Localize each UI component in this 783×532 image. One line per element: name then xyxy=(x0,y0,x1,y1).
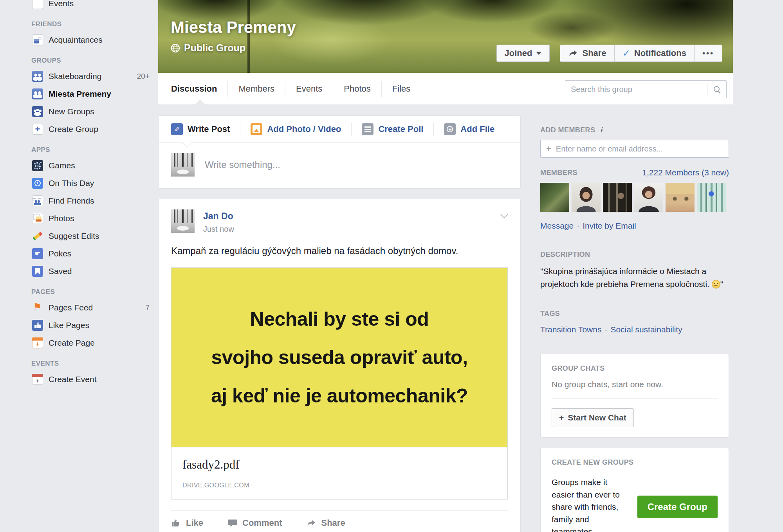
sidebar-item-create-event[interactable]: Create Event xyxy=(23,370,158,388)
globe-icon xyxy=(171,43,180,53)
sidebar-item-label: Suggest Edits xyxy=(49,231,99,241)
share-button[interactable]: Share xyxy=(306,518,345,528)
add-photo-video-tab[interactable]: Add Photo / Video xyxy=(251,123,341,135)
member-avatar[interactable] xyxy=(666,183,695,212)
add-member-input[interactable] xyxy=(555,144,723,154)
post-actions: Like Comment Share xyxy=(171,510,508,528)
unread-count-badge: 20+ xyxy=(137,72,150,81)
sidebar-item-photos[interactable]: Photos xyxy=(23,209,158,227)
share-label: Share xyxy=(582,48,606,58)
comment-label: Comment xyxy=(242,518,282,528)
group-privacy: Public Group xyxy=(171,42,245,54)
notifications-button[interactable]: ✓ Notifications xyxy=(614,45,694,61)
comment-button[interactable]: Comment xyxy=(227,518,282,528)
post-author-link[interactable]: Jan Do xyxy=(203,211,234,222)
sidebar-item-label: Games xyxy=(49,161,75,170)
add-photo-video-label: Add Photo / Video xyxy=(267,124,341,134)
tab-label: Events xyxy=(296,84,322,94)
member-avatar[interactable] xyxy=(697,183,726,212)
tab-discussion[interactable]: Discussion xyxy=(171,84,227,94)
sidebar-item-create-page[interactable]: Create Page xyxy=(23,334,158,352)
current-user-avatar[interactable] xyxy=(171,153,195,177)
smiley-emoji xyxy=(712,280,720,289)
tab-members[interactable]: Members xyxy=(228,84,285,94)
start-new-chat-button[interactable]: Start New Chat xyxy=(552,408,634,427)
sidebar-item-label: New Groups xyxy=(49,107,94,116)
sidebar-heading-friends: FRIENDS xyxy=(23,18,158,31)
sidebar-item-find-friends[interactable]: Find Friends xyxy=(23,192,158,209)
privacy-label: Public Group xyxy=(184,42,245,54)
composer-divider xyxy=(433,123,434,136)
sidebar-item-like-pages[interactable]: Like Pages xyxy=(23,316,158,334)
tag-link[interactable]: Transition Towns xyxy=(540,325,601,334)
composer-placeholder[interactable]: Write something... xyxy=(205,159,280,170)
group-chats-card: GROUP CHATS No group chats, start one no… xyxy=(540,354,729,438)
sidebar-item-pokes[interactable]: Pokes xyxy=(23,245,158,262)
create-new-groups-text: Groups make it easier than ever to share… xyxy=(552,476,630,532)
tag-link[interactable]: Social sustainability xyxy=(610,325,682,334)
sidebar-item-label: Miesta Premeny xyxy=(49,89,111,99)
joined-button[interactable]: Joined xyxy=(496,45,550,62)
sidebar-item-label: Acquaintances xyxy=(49,35,103,45)
description-closing-quote: " xyxy=(720,280,723,289)
create-new-groups-row: Groups make it easier than ever to share… xyxy=(552,476,718,532)
section-divider xyxy=(540,301,729,301)
write-post-tab[interactable]: Write Post xyxy=(171,123,230,135)
member-avatar[interactable] xyxy=(603,183,632,212)
member-avatar[interactable] xyxy=(540,183,569,212)
create-group-button[interactable]: Create Group xyxy=(637,496,718,518)
search-button[interactable] xyxy=(707,81,726,98)
tab-files[interactable]: Files xyxy=(382,84,421,94)
sidebar-item-create-group[interactable]: Create Group xyxy=(23,120,158,138)
create-group-icon xyxy=(32,124,43,135)
search-input[interactable] xyxy=(565,85,707,94)
tab-photos[interactable]: Photos xyxy=(333,84,381,94)
attached-file-card[interactable]: Nechali by ste si od svojho suseda oprav… xyxy=(171,267,508,500)
composer-input-row: Write something... xyxy=(159,143,520,188)
message-link[interactable]: Message xyxy=(540,221,574,230)
sidebar-item-miesta-premeny[interactable]: Miesta Premeny xyxy=(23,85,158,103)
cover-buttons: Joined Share ✓ Notifications ••• xyxy=(496,45,722,62)
tab-label: Discussion xyxy=(171,84,217,94)
post-composer: Write Post Add Photo / Video Create Poll… xyxy=(158,115,521,189)
more-options-button[interactable]: ••• xyxy=(694,45,722,61)
attachment-preview-image: Nechali by ste si od svojho suseda oprav… xyxy=(171,268,507,447)
tab-label: Photos xyxy=(344,84,371,94)
search-icon xyxy=(714,86,720,93)
post-text: Kampaň za reguláciu gýčových malieb na f… xyxy=(159,245,520,257)
sidebar-item-pages-feed[interactable]: Pages Feed 7 xyxy=(23,299,158,316)
sidebar-item-label: Create Page xyxy=(49,338,95,348)
sidebar-item-new-groups[interactable]: New Groups xyxy=(23,103,158,120)
sidebar-item-skateboarding[interactable]: Skateboarding 20+ xyxy=(23,67,158,85)
member-avatar[interactable] xyxy=(572,183,601,212)
tab-events[interactable]: Events xyxy=(285,84,333,94)
member-links: Message·Invite by Email xyxy=(540,221,729,231)
add-member-field xyxy=(540,140,729,158)
post-timestamp: Just now xyxy=(203,225,234,234)
bookmark-icon xyxy=(32,266,43,277)
add-file-tab[interactable]: Add File xyxy=(444,123,494,135)
member-avatar[interactable] xyxy=(634,183,663,212)
invite-by-email-link[interactable]: Invite by Email xyxy=(583,221,636,230)
sidebar-item-acquaintances[interactable]: Acquaintances xyxy=(23,31,158,49)
info-icon[interactable] xyxy=(599,126,604,134)
attachment-image-text: aj keď nie je automechanik? xyxy=(211,384,468,407)
share-button[interactable]: Share xyxy=(560,45,614,61)
sidebar-item-games[interactable]: Games xyxy=(23,157,158,174)
members-count-link[interactable]: 1,222 Members (3 new) xyxy=(642,168,729,177)
create-poll-tab[interactable]: Create Poll xyxy=(362,123,423,135)
post-author-avatar[interactable] xyxy=(171,209,195,233)
sidebar-item-saved[interactable]: Saved xyxy=(23,262,158,280)
add-file-label: Add File xyxy=(460,124,494,134)
plus-icon xyxy=(559,413,564,422)
thumbs-up-icon xyxy=(32,320,43,331)
comment-bubble-icon xyxy=(227,518,238,528)
like-button[interactable]: Like xyxy=(171,518,203,528)
sidebar-item-label: Skateboarding xyxy=(49,72,101,81)
unread-count-badge: 7 xyxy=(145,303,150,312)
sidebar-item-suggest-edits[interactable]: Suggest Edits xyxy=(23,227,158,245)
sidebar-item-events[interactable]: Events xyxy=(23,0,158,12)
new-groups-icon xyxy=(32,106,43,117)
sidebar-item-on-this-day[interactable]: On This Day xyxy=(23,174,158,192)
add-members-heading-label: ADD MEMBERS xyxy=(540,126,595,134)
